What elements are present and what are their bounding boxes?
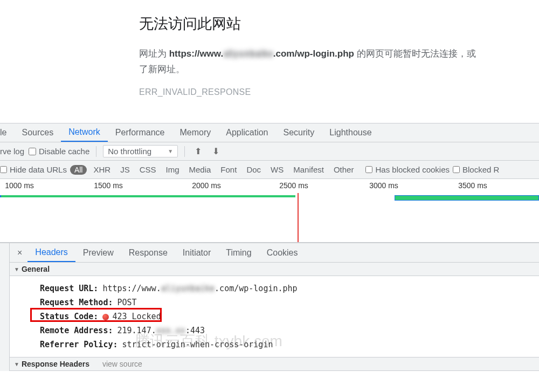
preserve-log-cut[interactable]: rve log	[0, 147, 24, 156]
request-url-b: .com/wp-login.php	[215, 284, 298, 293]
view-source-link[interactable]: view source	[102, 360, 142, 368]
blocked-cookies-label: Has blocked cookies	[375, 165, 450, 174]
tab-network[interactable]: Network	[61, 123, 108, 142]
details-tab-timing[interactable]: Timing	[218, 243, 259, 262]
status-code-key: Status Code:	[40, 312, 98, 321]
blocked-cookies-input[interactable]	[365, 166, 372, 173]
general-kv-list: Request URL: https://www.aliyunbaike.com…	[10, 276, 539, 357]
row-request-method: Request Method: POST	[40, 295, 528, 310]
remote-address-b: :443	[185, 326, 205, 335]
tick-3000: 3000 ms	[369, 181, 398, 190]
filter-media[interactable]: Media	[186, 165, 215, 174]
blocked-requests-input[interactable]	[453, 166, 460, 173]
request-url-value: https://www.aliyunbaike.com/wp-login.php	[102, 284, 297, 293]
tick-2000: 2000 ms	[192, 181, 221, 190]
error-prefix: 网址为	[139, 49, 169, 59]
error-code: ERR_INVALID_RESPONSE	[139, 87, 539, 97]
request-details: × Headers Preview Response Initiator Tim…	[0, 243, 539, 371]
download-icon[interactable]: ⬇	[209, 146, 223, 156]
tab-memory[interactable]: Memory	[172, 123, 218, 142]
tab-application[interactable]: Application	[218, 123, 275, 142]
details-tab-headers[interactable]: Headers	[27, 243, 75, 262]
error-title: 无法访问此网站	[139, 14, 539, 33]
devtools-tabbar: le Sources Network Performance Memory Ap…	[0, 123, 539, 142]
request-url-a: https://www.	[102, 284, 161, 293]
error-url-part-a: https://www.	[169, 49, 223, 59]
section-general-label: General	[22, 265, 50, 273]
tab-performance[interactable]: Performance	[108, 123, 172, 142]
section-response-headers[interactable]: ▼ Response Headers view source	[10, 357, 539, 371]
disable-cache-checkbox[interactable]: Disable cache	[29, 147, 89, 156]
throttling-select[interactable]: No throttling ▼	[103, 145, 178, 157]
details-gutter	[0, 243, 10, 371]
tab-security[interactable]: Security	[276, 123, 322, 142]
hide-data-urls-label: Hide data URLs	[10, 165, 67, 174]
tab-sources[interactable]: Sources	[14, 123, 61, 142]
timeline-bar-1	[0, 195, 295, 197]
close-icon[interactable]: ×	[12, 248, 27, 258]
timeline-bar-2	[395, 195, 539, 201]
filter-all-pill[interactable]: All	[70, 165, 87, 175]
remote-address-blurred: xxx.xx	[156, 326, 185, 335]
timeline-load-marker	[298, 193, 299, 242]
response-headers-label: Response Headers	[22, 360, 89, 368]
row-request-url: Request URL: https://www.aliyunbaike.com…	[40, 281, 528, 295]
filter-xhr[interactable]: XHR	[90, 165, 114, 174]
separator	[96, 146, 96, 157]
referrer-policy-key: Referrer Policy:	[40, 340, 118, 349]
disclosure-triangle-icon: ▼	[14, 361, 19, 367]
filter-other[interactable]: Other	[330, 165, 357, 174]
request-method-key: Request Method:	[40, 298, 113, 307]
error-url-part-b: .com/wp-login.php	[273, 49, 354, 59]
details-tab-preview[interactable]: Preview	[75, 243, 121, 262]
disclosure-triangle-icon: ▼	[14, 266, 19, 272]
filter-img[interactable]: Img	[162, 165, 182, 174]
tick-2500: 2500 ms	[279, 181, 308, 190]
blocked-cookies-checkbox[interactable]: Has blocked cookies	[365, 165, 450, 174]
upload-icon[interactable]: ⬆	[191, 146, 205, 156]
details-tabs: × Headers Preview Response Initiator Tim…	[10, 243, 539, 263]
tab-console-cut[interactable]: le	[0, 123, 14, 142]
status-dot-icon	[102, 314, 109, 320]
filter-doc[interactable]: Doc	[243, 165, 264, 174]
row-remote-address: Remote Address: 219.147.xxx.xx:443	[40, 324, 528, 338]
hide-data-urls-checkbox[interactable]: Hide data URLs	[0, 165, 67, 174]
error-description: 网址为 https://www.aliyunbaike.com/wp-login…	[139, 46, 539, 78]
blocked-requests-label: Blocked R	[462, 165, 499, 174]
filter-manifest[interactable]: Manifest	[290, 165, 327, 174]
request-url-key: Request URL:	[40, 284, 98, 293]
details-main: × Headers Preview Response Initiator Tim…	[10, 243, 539, 371]
tab-lighthouse[interactable]: Lighthouse	[322, 123, 379, 142]
preserve-log-label: rve log	[0, 147, 24, 156]
error-page: 无法访问此网站 网址为 https://www.aliyunbaike.com/…	[0, 0, 539, 123]
tick-1000: 1000 ms	[5, 181, 34, 190]
status-code-value: 423 Locked	[102, 312, 161, 321]
network-filterbar: Hide data URLs All XHR JS CSS Img Media …	[0, 161, 539, 179]
remote-address-a: 219.147.	[117, 326, 156, 335]
disable-cache-input[interactable]	[29, 148, 36, 155]
remote-address-key: Remote Address:	[40, 326, 113, 335]
request-method-value: POST	[117, 298, 136, 307]
throttling-value: No throttling	[108, 147, 151, 156]
details-tab-initiator[interactable]: Initiator	[175, 243, 218, 262]
section-general[interactable]: ▼ General	[10, 263, 539, 276]
network-toolbar: rve log Disable cache No throttling ▼ ⬆ …	[0, 142, 539, 161]
status-code-text: 423 Locked	[112, 312, 161, 321]
timeline-ticks: 1000 ms 1500 ms 2000 ms 2500 ms 3000 ms …	[0, 179, 539, 191]
blocked-requests-checkbox-cut[interactable]: Blocked R	[453, 165, 499, 174]
remote-address-value: 219.147.xxx.xx:443	[117, 326, 205, 335]
filter-css[interactable]: CSS	[136, 165, 160, 174]
hide-data-urls-input[interactable]	[0, 166, 7, 173]
filter-js[interactable]: JS	[117, 165, 133, 174]
row-referrer-policy: Referrer Policy: strict-origin-when-cros…	[40, 338, 528, 352]
tick-3500: 3500 ms	[458, 181, 487, 190]
referrer-policy-value: strict-origin-when-cross-origin	[122, 340, 273, 349]
details-tab-cookies[interactable]: Cookies	[259, 243, 306, 262]
filter-ws[interactable]: WS	[267, 165, 287, 174]
row-status-code: Status Code: 423 Locked	[40, 310, 528, 324]
request-url-blurred: aliyunbaike	[161, 284, 215, 293]
network-timeline[interactable]: 1000 ms 1500 ms 2000 ms 2500 ms 3000 ms …	[0, 179, 539, 243]
details-tab-response[interactable]: Response	[121, 243, 175, 262]
error-url-domain-blurred: aliyunbaike	[223, 49, 273, 59]
filter-font[interactable]: Font	[217, 165, 240, 174]
